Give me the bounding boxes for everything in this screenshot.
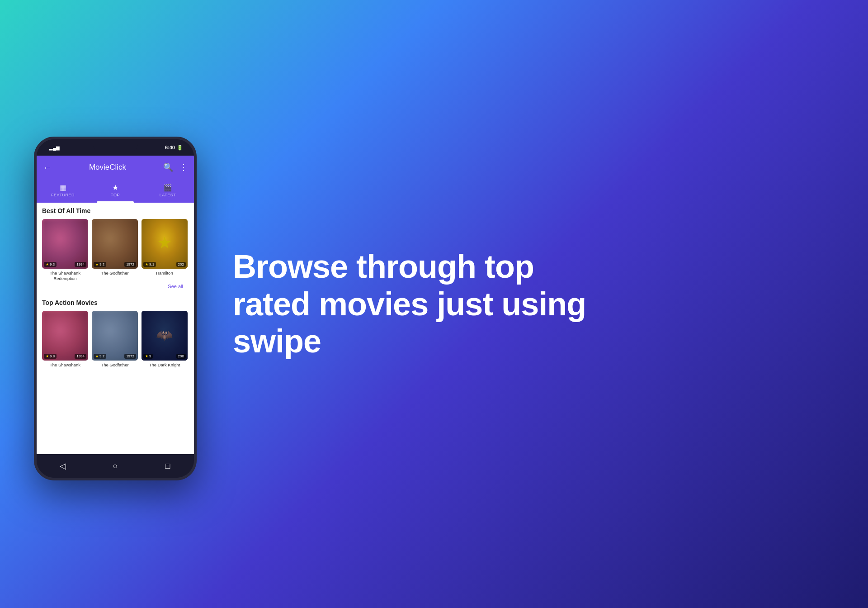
nav-home-button[interactable]: ○ xyxy=(107,458,123,474)
movie-title-3: Hamilton xyxy=(142,271,188,276)
movie-card-2[interactable]: ★ 9.2 1972 The Godfather xyxy=(92,219,138,282)
movie-rating-6: ★ 9 xyxy=(143,354,153,359)
star-icon-5: ★ xyxy=(95,354,99,358)
back-button[interactable]: ← xyxy=(43,162,52,173)
movie-rating-3: ★ 9.1 xyxy=(143,262,156,267)
section-top-action: Top Action Movies ★ 9.8 1994 T xyxy=(37,294,194,370)
movie-rating-4: ★ 9.8 xyxy=(44,354,57,359)
poster-overlay-1 xyxy=(42,219,88,269)
featured-tab-icon: ▦ xyxy=(60,183,66,192)
status-time: 6:40 xyxy=(165,145,175,150)
signal-icon: ▂▄▆ xyxy=(49,145,60,150)
movie-card-5[interactable]: ★ 9.2 1972 The Godfather xyxy=(92,311,138,368)
app-title: MovieClick xyxy=(57,163,159,172)
movie-card-1[interactable]: ★ 9.3 1994 The Shawshank Redemption xyxy=(42,219,88,282)
phone-notch xyxy=(93,139,138,152)
app-bar: ← MovieClick 🔍 ⋮ xyxy=(37,156,194,179)
movie-title-6: The Dark Knight xyxy=(142,362,188,368)
hero-line-3: swipe xyxy=(233,323,321,359)
star-icon-2: ★ xyxy=(95,262,99,266)
movie-rating-2: ★ 9.2 xyxy=(94,262,106,267)
nav-back-button[interactable]: ◁ xyxy=(55,458,71,474)
tab-top[interactable]: ★ TOP xyxy=(89,179,142,203)
movie-poster-1: ★ 9.3 1994 xyxy=(42,219,88,269)
poster-overlay-4 xyxy=(42,311,88,361)
screen-content: Best Of All Time ★ 9.3 1994 Th xyxy=(37,203,194,454)
tab-bar: ▦ FEATURED ★ TOP 🎬 LATEST xyxy=(37,179,194,203)
status-right: 6:40 🔋 xyxy=(165,145,183,151)
featured-tab-label: FEATURED xyxy=(51,193,75,197)
movie-card-4[interactable]: ★ 9.8 1994 The Shawshank xyxy=(42,311,88,368)
nav-recent-button[interactable]: □ xyxy=(160,458,176,474)
status-bar: ▂▄▆ 6:40 🔋 xyxy=(37,139,194,156)
movie-poster-6: 🦇 ★ 9 200 xyxy=(142,311,188,361)
poster-overlay-2 xyxy=(92,219,138,269)
section-best-all-time: Best Of All Time ★ 9.3 1994 Th xyxy=(37,203,194,294)
top-tab-icon: ★ xyxy=(112,183,118,192)
section-title-2: Top Action Movies xyxy=(42,299,98,306)
movie-title-4: The Shawshank xyxy=(42,362,88,368)
star-shape-icon: ★ xyxy=(157,233,172,252)
movie-year-6: 200 xyxy=(176,354,186,359)
movies-row-1: ★ 9.3 1994 The Shawshank Redemption ★ xyxy=(42,219,189,282)
movie-year-4: 1994 xyxy=(75,354,86,359)
movie-title-5: The Godfather xyxy=(92,362,138,368)
hero-heading: Browse through top rated movies just usi… xyxy=(233,248,594,360)
top-tab-label: TOP xyxy=(111,193,120,197)
movie-poster-3: ★ ★ 9.1 202 xyxy=(142,219,188,269)
hero-line-1: Browse through top xyxy=(233,248,534,285)
latest-tab-icon: 🎬 xyxy=(163,183,172,192)
batman-icon: 🦇 xyxy=(156,327,173,342)
battery-icon: 🔋 xyxy=(177,145,183,151)
section-header-1: Best Of All Time xyxy=(42,207,189,214)
hero-line-2: rated movies just using xyxy=(233,286,586,322)
movie-title-2: The Godfather xyxy=(92,271,138,276)
star-icon-3: ★ xyxy=(145,262,148,266)
poster-overlay-5 xyxy=(92,311,138,361)
tab-latest[interactable]: 🎬 LATEST xyxy=(142,179,194,203)
latest-tab-label: LATEST xyxy=(160,193,176,197)
movie-card-3[interactable]: ★ ★ 9.1 202 Hamilton xyxy=(142,219,188,282)
movie-title-1: The Shawshank Redemption xyxy=(42,271,88,282)
movie-poster-2: ★ 9.2 1972 xyxy=(92,219,138,269)
section-title-1: Best Of All Time xyxy=(42,207,90,214)
movie-rating-5: ★ 9.2 xyxy=(94,354,106,359)
movie-poster-5: ★ 9.2 1972 xyxy=(92,311,138,361)
movie-year-1: 1994 xyxy=(75,262,86,267)
star-icon-1: ★ xyxy=(46,262,49,266)
movies-row-2: ★ 9.8 1994 The Shawshank ★ xyxy=(42,311,189,368)
movie-year-2: 1972 xyxy=(124,262,136,267)
phone-mockup: ▂▄▆ 6:40 🔋 ← MovieClick 🔍 ⋮ ▦ FEATURED ★ xyxy=(34,137,197,480)
status-left: ▂▄▆ xyxy=(49,145,60,150)
tab-featured[interactable]: ▦ FEATURED xyxy=(37,179,89,203)
movie-rating-1: ★ 9.3 xyxy=(44,262,57,267)
hero-text-section: Browse through top rated movies just usi… xyxy=(197,221,868,387)
movie-card-6[interactable]: 🦇 ★ 9 200 The Dark Knight xyxy=(142,311,188,368)
section-header-2: Top Action Movies xyxy=(42,299,189,306)
star-icon-6: ★ xyxy=(145,354,148,358)
see-all-button[interactable]: See all xyxy=(168,284,183,289)
see-all-wrapper: See all xyxy=(42,282,189,292)
app-bar-icons: 🔍 ⋮ xyxy=(163,162,188,172)
movie-year-5: 1972 xyxy=(124,354,136,359)
phone-body: ▂▄▆ 6:40 🔋 ← MovieClick 🔍 ⋮ ▦ FEATURED ★ xyxy=(34,137,197,480)
movie-poster-4: ★ 9.8 1994 xyxy=(42,311,88,361)
nav-bar: ◁ ○ □ xyxy=(37,454,194,478)
star-icon-4: ★ xyxy=(46,354,49,358)
search-icon[interactable]: 🔍 xyxy=(163,162,173,172)
movie-year-3: 202 xyxy=(176,262,186,267)
menu-icon[interactable]: ⋮ xyxy=(179,162,188,172)
